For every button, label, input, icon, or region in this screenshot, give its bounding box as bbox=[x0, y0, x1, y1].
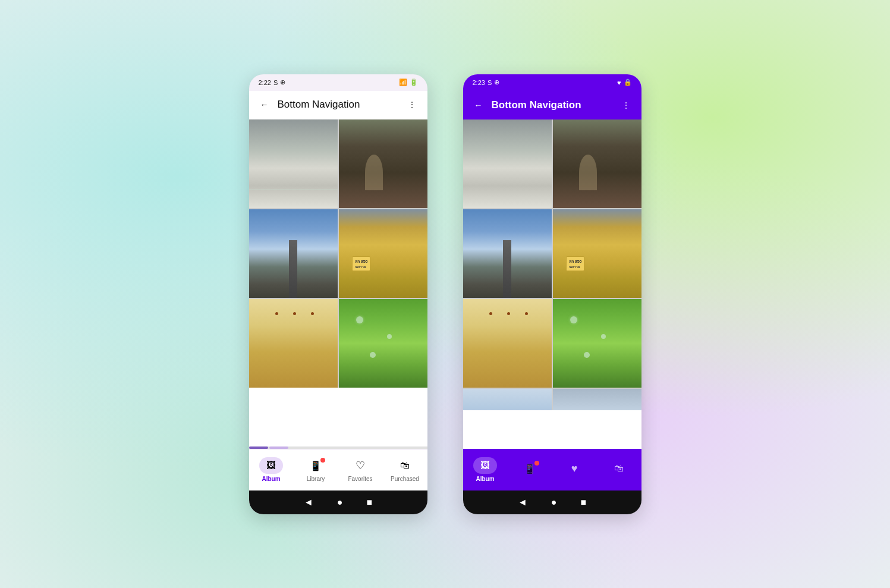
nav-library-purple[interactable]: 📱 bbox=[508, 457, 552, 482]
photo-forest-1[interactable] bbox=[339, 120, 427, 208]
home-sys-btn-purple[interactable]: ● bbox=[551, 497, 557, 508]
battery-icon: 🔋 bbox=[410, 78, 418, 86]
license-plate-2: สก 956นครราช bbox=[566, 256, 585, 271]
dot1 bbox=[275, 312, 278, 315]
photo-beach-1[interactable] bbox=[249, 120, 338, 208]
photo-grid-purple: สก 956นครราช bbox=[463, 120, 641, 410]
status-bar-right-purple: ♥ 🔒 bbox=[617, 78, 632, 86]
nav-album-purple[interactable]: 🖼 Album bbox=[463, 454, 508, 486]
nav-favorites[interactable]: ♡ Favorites bbox=[338, 454, 383, 486]
recents-sys-btn[interactable]: ■ bbox=[366, 497, 372, 508]
app-bar-purple: ← Bottom Navigation ⋮ bbox=[463, 91, 641, 120]
sys-nav-light: ◄ ● ■ bbox=[249, 490, 427, 514]
app-title-purple: Bottom Navigation bbox=[492, 99, 615, 111]
purchased-icon-purple: 🛍 bbox=[614, 463, 624, 474]
album-label-purple: Album bbox=[476, 476, 494, 482]
nav-purchased-purple[interactable]: 🛍 bbox=[597, 457, 641, 482]
album-label: Album bbox=[262, 476, 280, 482]
circle-icon-purple: ⊕ bbox=[494, 78, 499, 86]
dot3 bbox=[311, 312, 314, 315]
bottom-nav-purple: 🖼 Album 📱 ♥ 🛍 bbox=[463, 449, 641, 490]
dot3b bbox=[525, 312, 528, 315]
photo-road-1[interactable] bbox=[249, 209, 338, 298]
back-button-purple[interactable]: ← bbox=[468, 95, 489, 116]
photo-dream-2[interactable] bbox=[463, 299, 552, 388]
s-icon: S bbox=[273, 79, 278, 86]
content-area-light: สก 956นครราช bbox=[249, 120, 427, 446]
sys-nav-purple: ◄ ● ■ bbox=[463, 490, 641, 514]
status-bar-left: 2:22 S ⊕ bbox=[259, 78, 286, 86]
back-sys-btn-purple[interactable]: ◄ bbox=[518, 497, 527, 508]
album-icon-wrap-purple: 🖼 bbox=[473, 457, 497, 474]
s-icon-purple: S bbox=[488, 79, 492, 86]
purchased-icon-wrap: 🛍 bbox=[393, 457, 417, 474]
photo-tuk-1[interactable]: สก 956นครราช bbox=[339, 209, 427, 298]
purchased-icon: 🛍 bbox=[400, 460, 410, 471]
wifi-icon-purple: ♥ bbox=[617, 79, 621, 86]
photo-grid-light: สก 956นครราช bbox=[249, 120, 427, 388]
phone-wrapper: 2:22 S ⊕ 📶 🔋 ← Bottom Navigation ⋮ bbox=[249, 74, 641, 514]
dot2 bbox=[293, 312, 296, 315]
library-badge-purple bbox=[534, 461, 539, 466]
status-bar-purple: 2:23 S ⊕ ♥ 🔒 bbox=[463, 74, 641, 91]
photo-partial-1[interactable] bbox=[463, 389, 552, 410]
favorites-icon: ♡ bbox=[356, 459, 365, 472]
status-bar-right: 📶 🔋 bbox=[399, 78, 418, 86]
nav-album[interactable]: 🖼 Album bbox=[249, 454, 294, 486]
photo-dream-1[interactable] bbox=[249, 299, 338, 388]
status-bar-light: 2:22 S ⊕ 📶 🔋 bbox=[249, 74, 427, 91]
back-sys-btn[interactable]: ◄ bbox=[304, 497, 313, 508]
purchased-icon-wrap-purple: 🛍 bbox=[607, 460, 631, 477]
album-icon: 🖼 bbox=[266, 460, 276, 471]
nav-library[interactable]: 📱 Library bbox=[294, 454, 338, 486]
library-icon-wrap-purple: 📱 bbox=[518, 460, 542, 477]
library-badge bbox=[320, 458, 325, 463]
app-title: Bottom Navigation bbox=[278, 99, 401, 111]
nav-purchased[interactable]: 🛍 Purchased bbox=[383, 454, 427, 486]
time-display: 2:22 bbox=[259, 79, 271, 86]
recents-sys-btn-purple[interactable]: ■ bbox=[580, 497, 586, 508]
nav-favorites-purple[interactable]: ♥ bbox=[552, 457, 597, 482]
phone-light: 2:22 S ⊕ 📶 🔋 ← Bottom Navigation ⋮ bbox=[249, 74, 427, 514]
photo-leaf-2[interactable] bbox=[553, 299, 641, 388]
home-sys-btn[interactable]: ● bbox=[337, 497, 343, 508]
back-button[interactable]: ← bbox=[254, 94, 275, 115]
app-bar-light: ← Bottom Navigation ⋮ bbox=[249, 91, 427, 120]
phone-purple: 2:23 S ⊕ ♥ 🔒 ← Bottom Navigation ⋮ bbox=[463, 74, 641, 514]
library-icon-purple: 📱 bbox=[524, 463, 536, 474]
license-plate: สก 956นครราช bbox=[352, 256, 371, 271]
album-icon-purple: 🖼 bbox=[480, 460, 490, 471]
status-bar-left-purple: 2:23 S ⊕ bbox=[473, 78, 500, 86]
photo-forest-2[interactable] bbox=[553, 120, 641, 208]
purchased-label: Purchased bbox=[391, 476, 419, 482]
favorites-label: Favorites bbox=[348, 476, 372, 482]
photo-beach-2[interactable] bbox=[463, 120, 552, 208]
library-icon: 📱 bbox=[310, 460, 322, 471]
favorites-icon-wrap-purple: ♥ bbox=[562, 460, 586, 477]
library-label: Library bbox=[307, 476, 325, 482]
dot1b bbox=[489, 312, 492, 315]
menu-button-purple[interactable]: ⋮ bbox=[615, 95, 637, 116]
favorites-icon-purple: ♥ bbox=[571, 463, 578, 475]
circle-icon: ⊕ bbox=[280, 78, 285, 86]
album-icon-wrap: 🖼 bbox=[259, 457, 283, 474]
dot2b bbox=[507, 312, 510, 315]
time-display-purple: 2:23 bbox=[473, 79, 485, 86]
bottom-nav-light: 🖼 Album 📱 Library ♡ Favorites 🛍 bbox=[249, 449, 427, 490]
photo-leaf-1[interactable] bbox=[339, 299, 427, 388]
photo-partial-2[interactable] bbox=[553, 389, 641, 410]
battery-icon-purple: 🔒 bbox=[624, 78, 632, 86]
menu-button[interactable]: ⋮ bbox=[401, 94, 423, 115]
photo-road-2[interactable] bbox=[463, 209, 552, 298]
photo-tuk-2[interactable]: สก 956นครราช bbox=[553, 209, 641, 298]
content-area-purple: สก 956นครราช bbox=[463, 120, 641, 449]
library-icon-wrap: 📱 bbox=[304, 457, 328, 474]
favorites-icon-wrap: ♡ bbox=[348, 457, 372, 474]
wifi-icon: 📶 bbox=[399, 78, 407, 86]
